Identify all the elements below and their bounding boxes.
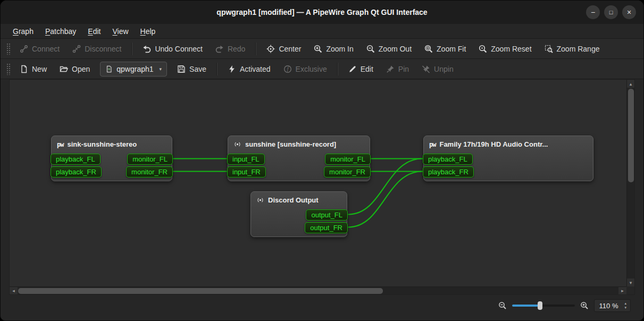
patchbay-selector[interactable]: qpwgraph1 ▾ [100,62,167,77]
spin-up-button[interactable]: ▴ [622,301,629,306]
zoom-in-button[interactable]: Zoom In [309,41,358,57]
activated-toggle[interactable]: Activated [223,61,275,77]
output-port[interactable]: output_FR [305,222,348,233]
button-label: Pin [398,65,409,73]
horizontal-scrollbar[interactable]: ◂ ▸ [10,286,626,294]
graph-toolbar: Connect Disconnect Undo Connect Redo Cen… [1,39,643,59]
menu-edit[interactable]: Edit [82,24,106,38]
button-label: Zoom Out [379,45,412,53]
v-scroll-handle[interactable] [628,89,634,182]
toolbar-handle[interactable] [6,63,10,75]
h-scroll-handle[interactable] [18,288,383,294]
scroll-right-icon: ▸ [621,288,624,293]
patchbay-toolbar: New Open qpwgraph1 ▾ Save Activated f Ex… [1,59,643,79]
pipewire-icon: pw [57,141,63,148]
input-port[interactable]: playback_FR [423,166,474,178]
input-port[interactable]: input_FR [227,166,266,178]
undo-icon [143,45,151,53]
zoom-spinbox[interactable]: 110 % ▴ ▾ [594,299,631,312]
statusbar: 110 % ▴ ▾ [1,295,643,320]
menu-label: Graph [13,27,34,36]
exclusive-toggle[interactable]: f Exclusive [279,61,332,77]
maximize-button[interactable]: □ [604,5,618,19]
zoom-reset-button[interactable]: Zoom Reset [474,41,536,57]
scroll-up-button[interactable]: ▴ [627,80,634,88]
titlebar[interactable]: qpwgraph1 [modified] — A PipeWire Graph … [1,1,643,24]
input-port[interactable]: playback_FR [51,166,102,178]
minimize-button[interactable]: − [586,5,600,19]
zoom-range-button[interactable]: Zoom Range [540,41,605,57]
close-button[interactable]: × [622,5,636,19]
node-sink-sunshine-stereo[interactable]: pw sink-sunshine-stereo playback_FL play… [51,136,172,181]
input-port[interactable]: playback_FL [51,154,101,165]
zoom-slider-handle[interactable] [538,301,542,310]
menu-help[interactable]: Help [135,24,162,38]
exclusive-icon: f [283,65,292,73]
button-label: Exclusive [296,65,327,73]
toolbar-separator [131,43,132,55]
menu-view[interactable]: View [106,24,134,38]
input-port[interactable]: playback_FL [423,154,473,165]
zoom-out-icon [366,45,375,53]
output-port[interactable]: monitor_FR [126,166,173,178]
zoom-out-button[interactable]: Zoom Out [362,41,416,57]
toolbar-separator [255,43,256,55]
output-port[interactable]: monitor_FL [127,154,173,165]
button-label: Open [72,65,90,73]
pin-button[interactable]: Pin [381,61,414,77]
toolbar-handle[interactable] [6,43,10,55]
node-discord-output[interactable]: Discord Output output_FL output_FR [250,191,347,237]
node-header: Discord Output [251,192,347,208]
app-window: qpwgraph1 [modified] — A PipeWire Graph … [0,0,644,321]
button-label: Save [189,65,206,73]
output-port[interactable]: monitor_FL [325,154,371,165]
toolbar-separator [337,63,338,75]
node-sunshine-record[interactable]: sunshine [sunshine-record] input_FL inpu… [228,136,370,181]
edit-button[interactable]: Edit [344,61,378,77]
disconnect-icon [72,45,81,53]
graph-canvas[interactable]: pw sink-sunshine-stereo playback_FL play… [10,80,626,286]
unpin-button[interactable]: Unpin [417,61,458,77]
undo-connect-button[interactable]: Undo Connect [138,41,207,57]
menu-patchbay[interactable]: Patchbay [39,24,82,38]
spin-down-button[interactable]: ▾ [622,306,629,310]
save-patchbay-button[interactable]: Save [172,61,211,77]
button-label: Center [279,45,301,53]
zoom-reset-icon [479,45,487,53]
connect-button[interactable]: Connect [15,41,64,57]
button-label: Zoom Range [557,45,600,53]
button-label: Edit [361,65,373,73]
maximize-icon: □ [609,10,613,15]
scroll-down-button[interactable]: ▾ [627,278,634,286]
zoom-value: 110 % [599,302,618,310]
vertical-scrollbar[interactable]: ▴ ▾ [626,80,634,286]
zoom-range-icon [545,45,553,53]
h-scroll-track[interactable] [18,287,618,294]
output-port[interactable]: output_FL [306,209,348,221]
node-header: pw sink-sunshine-stereo [52,136,172,153]
redo-button[interactable]: Redo [211,41,250,57]
edit-pencil-icon [348,65,357,73]
node-header: pw Family 17h/19h HD Audio Contr... [424,136,593,153]
center-button[interactable]: Center [262,41,306,57]
button-label: New [32,65,47,73]
zoom-slider[interactable] [512,301,575,310]
activated-icon [228,65,236,73]
patchbay-selector-value: qpwgraph1 [116,65,153,73]
spin-arrows: ▴ ▾ [622,301,629,310]
scroll-right-button[interactable]: ▸ [618,287,626,294]
scroll-left-button[interactable]: ◂ [10,287,18,294]
menu-graph[interactable]: Graph [7,24,39,38]
v-scroll-track[interactable] [627,88,634,278]
node-family-hd-audio[interactable]: pw Family 17h/19h HD Audio Contr... play… [423,136,593,181]
button-label: Activated [240,65,271,73]
disconnect-button[interactable]: Disconnect [68,41,126,57]
unpin-icon [422,65,430,73]
open-patchbay-button[interactable]: Open [55,61,95,77]
input-port[interactable]: input_FL [227,154,265,165]
output-port[interactable]: monitor_FR [324,166,371,178]
window-title: qpwgraph1 [modified] — A PipeWire Graph … [216,8,427,16]
new-patchbay-button[interactable]: New [15,61,52,77]
zoom-fit-button[interactable]: Zoom Fit [420,41,471,57]
connections-layer [10,80,626,286]
